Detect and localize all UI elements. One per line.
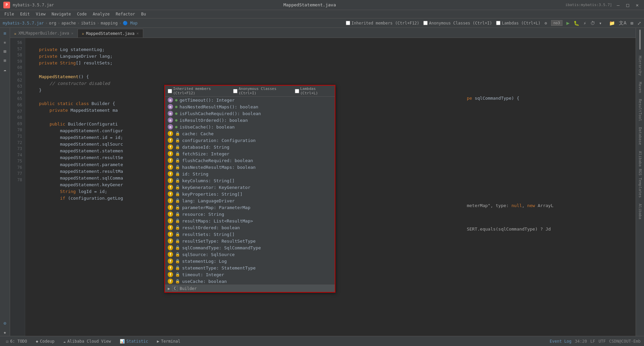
sidebar-icon-6[interactable]: ⊙: [1, 319, 9, 327]
popup-anonymous-classes[interactable]: Anonymous Classes (Ctrl+I): [233, 87, 290, 95]
lock-icon: 🔒: [175, 272, 180, 277]
scrollbar-handle[interactable]: [639, 30, 641, 50]
tab-close-xmlmapper[interactable]: ✕: [71, 31, 73, 36]
list-item[interactable]: f 🔒 fetchSize: Integer: [165, 150, 335, 157]
list-item[interactable]: m ● isUseCache(): boolean: [165, 123, 335, 130]
build-info: CSDN@COUT·Emb: [609, 339, 641, 344]
sidebar-resulttool[interactable]: ResultTool: [637, 97, 643, 123]
event-log[interactable]: Event Log: [550, 339, 572, 344]
menu-file[interactable]: File: [2, 11, 17, 17]
menu-view[interactable]: View: [33, 11, 48, 17]
list-item[interactable]: m ● hasNestedResultMaps(): boolean: [165, 103, 335, 110]
maximize-button[interactable]: □: [624, 2, 631, 8]
field-icon: f: [168, 158, 173, 163]
list-item[interactable]: f 🔒 parameterMap: ParameterMap: [165, 204, 335, 211]
sidebar-alibaba-rgs[interactable]: Alibaba RGS Templates: [637, 149, 643, 199]
list-item[interactable]: f 🔒 resultOrdered: boolean: [165, 224, 335, 231]
lambdas-checkbox[interactable]: Lambdas (Ctrl+L): [496, 21, 541, 26]
sidebar-maven[interactable]: Maven: [637, 80, 643, 95]
list-item[interactable]: m ● isResultOrdered(): boolean: [165, 117, 335, 123]
list-item[interactable]: m ● isFlushCacheRequired(): boolean: [165, 110, 335, 117]
list-item[interactable]: f 🔒 useCache: boolean: [165, 278, 335, 285]
charset[interactable]: UTF: [598, 339, 606, 344]
alibaba-cloud-view-tab[interactable]: ☁ Alibaba Cloud View: [60, 336, 113, 346]
list-item[interactable]: f 🔒 resource: String: [165, 211, 335, 217]
list-item[interactable]: f 🔒 resultMaps: List<ResultMap>: [165, 217, 335, 224]
breadcrumb-mapping[interactable]: mapping: [101, 21, 118, 26]
access-modifier-icon: ●: [175, 98, 177, 102]
close-button[interactable]: ✕: [634, 2, 641, 8]
menu-analyze[interactable]: Analyze: [90, 11, 112, 17]
sidebar-icon-4[interactable]: ≡: [1, 57, 9, 64]
list-item[interactable]: f 🔒 resultSetType: ResultSetType: [165, 238, 335, 244]
list-item[interactable]: f 🔒 configuration: Configuration: [165, 137, 335, 144]
footer-expand-icon[interactable]: ▶: [168, 286, 170, 291]
list-item[interactable]: f 🔒 statementType: StatementType: [165, 264, 335, 271]
lock-icon: 🔒: [175, 225, 180, 230]
breadcrumb-apache[interactable]: apache: [61, 21, 76, 26]
line-ending[interactable]: LF: [590, 339, 595, 344]
tab-xmlmapperbuilder[interactable]: ☕ XMLMapperBuilder.java ✕: [10, 29, 78, 38]
breadcrumb-class[interactable]: 🔵 Map: [123, 21, 138, 26]
inherited-members-checkbox[interactable]: Inherited members (Ctrl+F12): [346, 21, 419, 26]
config-label[interactable]: no3: [551, 20, 562, 26]
debug-button[interactable]: 🐛: [574, 20, 579, 26]
popup-lambdas[interactable]: Lambdas (Ctrl+L): [295, 87, 332, 95]
sidebar-database[interactable]: Database: [637, 126, 643, 147]
menu-navigate[interactable]: Navigate: [49, 11, 74, 17]
anonymous-classes-checkbox[interactable]: Anonymous Classes (Ctrl+I): [423, 21, 492, 26]
breadcrumb-org[interactable]: org: [49, 21, 56, 26]
codeup-tab[interactable]: ◆ Codeup: [33, 336, 57, 346]
window-button[interactable]: ⊞: [631, 20, 633, 26]
sidebar-favorites-icon[interactable]: ★: [1, 329, 9, 336]
dropdown-button[interactable]: ▾: [599, 20, 602, 26]
title-bar-center: MappedStatement.java: [283, 2, 336, 7]
sidebar-icon-2[interactable]: ✳: [1, 39, 9, 46]
sidebar-alibaba-icon[interactable]: ☁: [1, 66, 9, 73]
list-item[interactable]: f 🔒 sqlCommandType: SqlCommandType: [165, 244, 335, 251]
list-item[interactable]: f 🔒 id: String: [165, 170, 335, 177]
list-item[interactable]: f 🔒 flushCacheRequired: boolean: [165, 157, 335, 164]
breadcrumb-ibatis[interactable]: ibatis: [81, 21, 96, 26]
menu-code[interactable]: Code: [74, 11, 90, 17]
menu-edit[interactable]: Edit: [17, 11, 33, 17]
list-item[interactable]: f 🔒 timeout: Integer: [165, 271, 335, 278]
list-item[interactable]: m ● getTimeout(): Integer: [165, 97, 335, 103]
list-item[interactable]: f 🔒 hasNestedResultMaps: boolean: [165, 164, 335, 170]
todo-tab[interactable]: ☑ 6: TODO: [3, 336, 30, 346]
terminal-tab[interactable]: ▶ Terminal: [154, 336, 183, 346]
access-modifier-icon: ●: [175, 125, 177, 129]
list-item[interactable]: f 🔒 statementLog: Log: [165, 258, 335, 264]
lock-icon: 🔒: [175, 158, 180, 163]
sidebar-hierarchy[interactable]: Hierarchy: [637, 54, 643, 78]
breadcrumb-jar[interactable]: mybatis-3.5.7.jar: [3, 21, 44, 26]
lock-icon: 🔒: [175, 239, 180, 243]
list-item[interactable]: f 🔒 keyGenerator: KeyGenerator: [165, 184, 335, 191]
expand-button[interactable]: ⤢: [637, 20, 641, 26]
list-item[interactable]: f 🔒 cache: Cache: [165, 130, 335, 137]
run-button[interactable]: ▶: [567, 20, 570, 26]
menu-refactor[interactable]: Refactor: [113, 11, 138, 17]
list-item[interactable]: f 🔒 keyColumns: String[]: [165, 177, 335, 184]
tab-close-mapped[interactable]: ✕: [137, 31, 139, 36]
sidebar-alibaba[interactable]: Alibaba: [637, 202, 643, 221]
coverage-button[interactable]: ⏱: [590, 20, 595, 26]
sidebar-project-icon[interactable]: ≡: [1, 30, 9, 37]
list-item[interactable]: f 🔒 sqlSource: SqlSource: [165, 251, 335, 258]
sidebar-structure-icon[interactable]: ⊞: [1, 48, 9, 55]
statistic-tab[interactable]: 📊 Statistic: [117, 336, 151, 346]
menu-build[interactable]: Bu: [139, 11, 149, 17]
field-icon: f: [168, 144, 173, 150]
tab-mappedstatement[interactable]: ☕ MappedStatement.java ✕: [78, 29, 143, 38]
profile-button[interactable]: ⚡: [583, 20, 586, 26]
settings-icon[interactable]: ⚙: [545, 21, 547, 26]
popup-inherited-members[interactable]: Inherited members (Ctrl+F12): [168, 87, 229, 95]
list-item[interactable]: f 🔒 keyProperties: String[]: [165, 191, 335, 197]
title-bar-right: ibatis:mybatis:3.5.7] — □ ✕: [566, 2, 641, 8]
translate-button[interactable]: 文A: [619, 20, 626, 26]
list-item[interactable]: f 🔒 resultSets: String[]: [165, 231, 335, 238]
list-item[interactable]: f 🔒 lang: LanguageDriver: [165, 197, 335, 204]
folder-button[interactable]: 📁: [609, 20, 615, 26]
list-item[interactable]: f 🔒 databaseId: String: [165, 144, 335, 150]
minimize-button[interactable]: —: [615, 2, 622, 8]
